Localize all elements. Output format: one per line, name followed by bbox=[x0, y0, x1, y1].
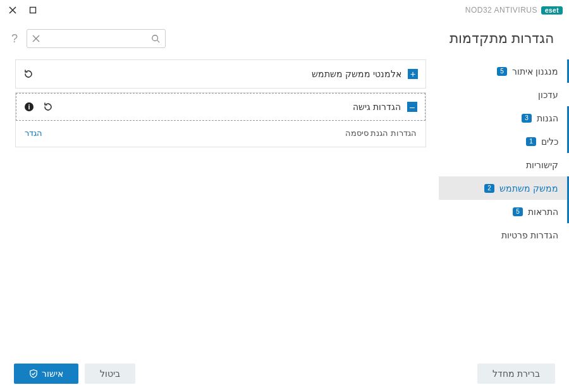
panel-header-access-setup[interactable]: – הגדרות גישה i bbox=[16, 93, 425, 121]
panel-body: הגדרות הגנת סיסמה הגדר bbox=[16, 121, 425, 147]
shield-icon bbox=[29, 369, 38, 378]
brand-badge: eset bbox=[541, 6, 563, 15]
panel-header-ui-elements[interactable]: + אלמנטי ממשק משתמש bbox=[16, 60, 425, 88]
expand-icon[interactable]: + bbox=[408, 69, 418, 79]
revert-icon[interactable] bbox=[23, 69, 34, 79]
ok-button[interactable]: אישור bbox=[14, 364, 78, 384]
sidebar-item-connectivity[interactable]: קישוריות bbox=[439, 153, 569, 176]
sidebar-item-label: הגדרות פרטיות bbox=[501, 230, 558, 240]
setting-label: הגדרות הגנת סיסמה bbox=[345, 128, 417, 138]
svg-text:i: i bbox=[28, 103, 30, 111]
default-button[interactable]: ברירת מחדל bbox=[477, 364, 555, 384]
sidebar-item-notifications[interactable]: התראות 5 bbox=[439, 200, 569, 223]
search-input-container[interactable] bbox=[27, 29, 166, 48]
sidebar-item-label: קישוריות bbox=[526, 160, 558, 170]
panel-access-setup: – הגדרות גישה i הגדרות הגנת סיסמה הגדר bbox=[15, 92, 426, 147]
sidebar-badge: 5 bbox=[513, 207, 523, 216]
sidebar-badge: 3 bbox=[522, 114, 532, 123]
panel-title: הגדרות גישה bbox=[353, 102, 401, 112]
sidebar-item-protections[interactable]: הגנות 3 bbox=[439, 106, 569, 130]
sidebar-item-update[interactable]: עדכון bbox=[439, 83, 569, 106]
sidebar-item-label: מנגנון איתור bbox=[512, 66, 558, 77]
footer: ברירת מחדל אישור ביטול bbox=[0, 355, 569, 392]
sidebar-item-label: הגנות bbox=[537, 113, 558, 123]
sidebar-badge: 5 bbox=[497, 67, 507, 76]
collapse-icon[interactable]: – bbox=[407, 102, 417, 112]
setting-action-link[interactable]: הגדר bbox=[25, 128, 42, 138]
sidebar-item-label: התראות bbox=[528, 207, 558, 217]
ok-button-label: אישור bbox=[42, 369, 63, 379]
sidebar-item-user-interface[interactable]: ממשק משתמש 2 bbox=[439, 176, 569, 200]
clear-search-icon[interactable] bbox=[32, 35, 40, 42]
info-icon[interactable]: i bbox=[24, 102, 34, 112]
sidebar-item-label: ממשק משתמש bbox=[499, 183, 558, 193]
maximize-icon[interactable] bbox=[27, 4, 39, 16]
panel-title: אלמנטי ממשק משתמש bbox=[312, 69, 401, 79]
sidebar-item-detection-engine[interactable]: מנגנון איתור 5 bbox=[439, 59, 569, 83]
page-title: הגדרות מתקדמות bbox=[450, 30, 554, 47]
brand-product: NOD32 ANTIVIRUS bbox=[465, 6, 537, 15]
sidebar-item-label: עדכון bbox=[538, 90, 558, 100]
sidebar-item-tools[interactable]: כלים 1 bbox=[439, 130, 569, 153]
sidebar-item-label: כלים bbox=[541, 137, 558, 147]
sidebar-badge: 1 bbox=[526, 137, 536, 146]
revert-icon[interactable] bbox=[43, 102, 53, 112]
sidebar: מנגנון איתור 5 עדכון הגנות 3 כלים 1 קישו… bbox=[439, 54, 569, 371]
sidebar-badge: 2 bbox=[484, 184, 494, 193]
search-input[interactable] bbox=[40, 34, 151, 44]
search-icon bbox=[151, 34, 160, 43]
panel-ui-elements: + אלמנטי ממשק משתמש bbox=[15, 59, 426, 89]
cancel-button[interactable]: ביטול bbox=[85, 364, 135, 384]
help-icon[interactable]: ? bbox=[11, 32, 18, 46]
sidebar-item-privacy[interactable]: הגדרות פרטיות bbox=[439, 223, 569, 247]
svg-rect-0 bbox=[30, 8, 36, 13]
svg-point-1 bbox=[152, 35, 158, 41]
close-icon[interactable] bbox=[6, 4, 19, 16]
brand: eset NOD32 ANTIVIRUS bbox=[465, 6, 563, 15]
content-area: + אלמנטי ממשק משתמש – הגדרות גישה bbox=[0, 54, 439, 371]
